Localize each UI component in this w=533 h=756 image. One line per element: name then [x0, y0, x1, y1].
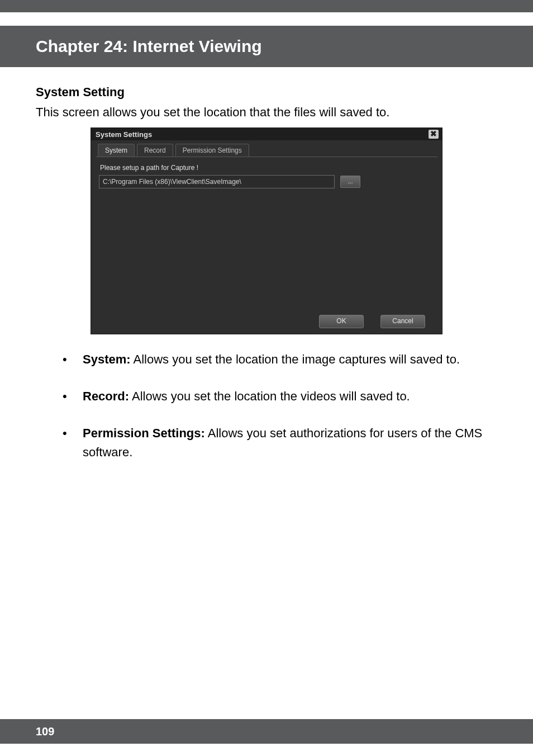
cancel-button[interactable]: Cancel [380, 315, 425, 328]
bullet-system-label: System: [83, 352, 131, 366]
capture-path-input[interactable]: C:\Program Files (x86)\ViewClient\SaveIm… [99, 175, 335, 188]
tab-content: Please setup a path for Capture ! C:\Pro… [96, 157, 437, 311]
tab-record[interactable]: Record [137, 144, 173, 157]
page-number: 109 [36, 725, 54, 738]
capture-path-row: C:\Program Files (x86)\ViewClient\SaveIm… [99, 175, 434, 188]
page-content: System Setting This screen allows you se… [0, 67, 533, 462]
bullet-permission-label: Permission Settings: [83, 426, 205, 440]
window-footer: OK Cancel [91, 311, 442, 334]
capture-path-label: Please setup a path for Capture ! [100, 164, 434, 172]
window-titlebar: System Settings ✖ [91, 128, 442, 140]
bullet-system-text: Allows you set the location the image ca… [131, 352, 460, 366]
page-footer-bar: 109 [0, 719, 533, 744]
tab-system[interactable]: System [98, 144, 135, 157]
tabs-row: System Record Permission Settings [91, 140, 442, 157]
window-title: System Settings [96, 130, 152, 139]
chapter-title: Chapter 24: Internet Viewing [36, 37, 262, 55]
intro-text: This screen allows you set the location … [36, 105, 497, 120]
system-settings-window: System Settings ✖ System Record Permissi… [91, 127, 442, 334]
chapter-banner: Chapter 24: Internet Viewing [0, 26, 533, 67]
bullet-record-text: Allows you set the location the videos w… [129, 389, 410, 403]
list-item: System: Allows you set the location the … [63, 350, 497, 369]
tab-permission[interactable]: Permission Settings [175, 144, 249, 157]
page-top-stripe [0, 0, 533, 12]
list-item: Permission Settings: Allows you set auth… [63, 424, 497, 462]
screenshot-container: System Settings ✖ System Record Permissi… [36, 127, 497, 334]
bullet-list: System: Allows you set the location the … [36, 350, 497, 462]
bullet-record-label: Record: [83, 389, 129, 403]
section-heading: System Setting [36, 85, 497, 100]
browse-button[interactable]: ... [340, 176, 360, 188]
list-item: Record: Allows you set the location the … [63, 387, 497, 406]
ok-button[interactable]: OK [319, 315, 364, 328]
close-icon[interactable]: ✖ [429, 130, 439, 139]
